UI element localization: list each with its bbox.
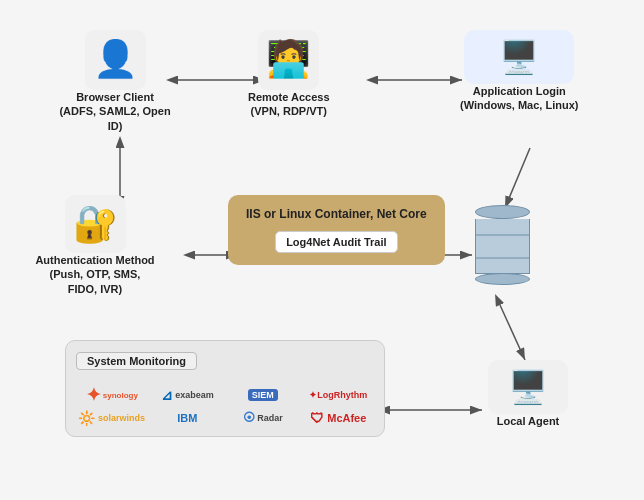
logos-grid: ✦ synology ⊿ exabeam SIEM ✦LogRhythm 🔆 s…: [76, 384, 374, 426]
db-top: [475, 205, 530, 219]
svg-line-7: [505, 148, 530, 208]
system-monitoring-label: System Monitoring: [76, 352, 197, 370]
log4net-badge: Log4Net Audit Trail: [275, 231, 397, 253]
auth-method-label: Authentication Method (Push, OTP, SMS, F…: [35, 253, 155, 296]
app-login-label: Application Login (Windows, Mac, Linux): [460, 84, 578, 113]
auth-method-icon: 🔐: [73, 203, 118, 245]
browser-client-node: 👤 Browser Client (ADFS, SAML2, Open ID): [55, 30, 175, 133]
remote-access-node: 🧑‍💻 Remote Access (VPN, RDP/VT): [248, 30, 330, 119]
auth-method-node: 🔐 Authentication Method (Push, OTP, SMS,…: [35, 195, 155, 296]
iis-container-node: IIS or Linux Container, Net Core Log4Net…: [228, 195, 445, 265]
local-agent-icon: 🖥️: [508, 368, 548, 406]
local-agent-node: 🖥️ Local Agent: [488, 360, 568, 428]
logo-exabeam: ⊿ exabeam: [152, 387, 224, 403]
logo-logrhythm: ✦LogRhythm: [303, 390, 375, 400]
app-login-icon: 🖥️: [499, 38, 539, 76]
local-agent-label: Local Agent: [497, 414, 560, 428]
db-body: [475, 219, 530, 274]
browser-client-label: Browser Client (ADFS, SAML2, Open ID): [55, 90, 175, 133]
remote-access-icon: 🧑‍💻: [266, 38, 311, 80]
remote-access-label: Remote Access (VPN, RDP/VT): [248, 90, 330, 119]
logo-mcafee: 🛡 McAfee: [303, 410, 375, 426]
app-login-node: 🖥️ Application Login (Windows, Mac, Linu…: [460, 30, 578, 113]
logo-radar: ⦿ Radar: [227, 411, 299, 425]
logo-solarwinds: 🔆 solarwinds: [76, 410, 148, 426]
browser-client-icon: 👤: [93, 38, 138, 80]
database-node: [475, 205, 530, 285]
logo-synology: ✦ synology: [76, 384, 148, 406]
db-bottom: [475, 273, 530, 285]
diagram-container: 👤 Browser Client (ADFS, SAML2, Open ID) …: [0, 0, 644, 500]
iis-title: IIS or Linux Container, Net Core: [246, 207, 427, 223]
svg-line-8: [500, 305, 525, 360]
logo-ibm: IBM: [152, 412, 224, 424]
logo-siem: SIEM: [227, 389, 299, 401]
system-monitoring-node: System Monitoring ✦ synology ⊿ exabeam S…: [65, 340, 385, 437]
